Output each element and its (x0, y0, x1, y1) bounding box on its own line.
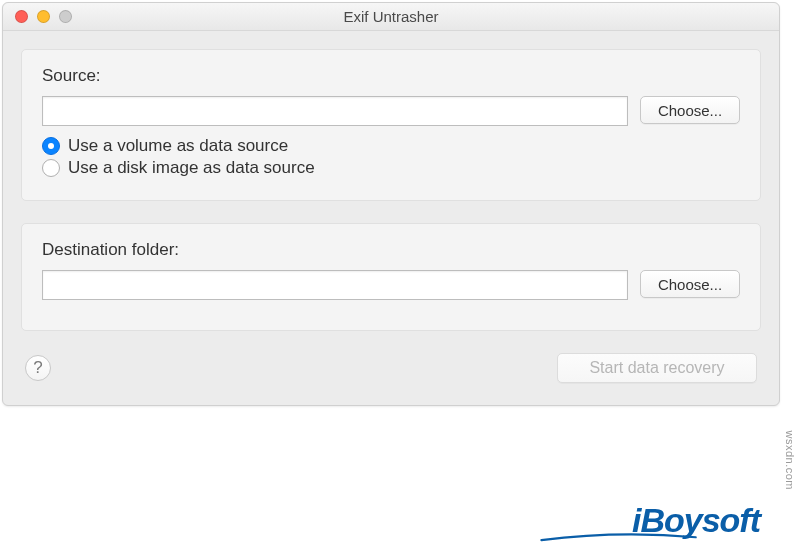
destination-panel: Destination folder: Choose... (21, 223, 761, 331)
radio-disk-image-label: Use a disk image as data source (68, 158, 315, 178)
choose-source-button[interactable]: Choose... (640, 96, 740, 124)
watermark: iBoysoft (540, 503, 760, 543)
help-icon: ? (33, 358, 42, 378)
source-radio-group: Use a volume as data source Use a disk i… (42, 136, 740, 178)
source-panel: Source: Choose... Use a volume as data s… (21, 49, 761, 201)
window-title: Exif Untrasher (3, 8, 779, 25)
footer: ? Start data recovery (21, 353, 761, 387)
destination-label: Destination folder: (42, 240, 740, 260)
app-window: Exif Untrasher Source: Choose... Use a v… (2, 2, 780, 406)
destination-row: Choose... (42, 270, 740, 300)
radio-volume-label: Use a volume as data source (68, 136, 288, 156)
choose-destination-button[interactable]: Choose... (640, 270, 740, 298)
destination-input[interactable] (42, 270, 628, 300)
close-icon[interactable] (15, 10, 28, 23)
source-row: Choose... (42, 96, 740, 126)
watermark-text: iBoysoft (540, 503, 760, 537)
minimize-icon[interactable] (37, 10, 50, 23)
source-input[interactable] (42, 96, 628, 126)
radio-selected-icon (42, 137, 60, 155)
help-button[interactable]: ? (25, 355, 51, 381)
radio-volume[interactable]: Use a volume as data source (42, 136, 740, 156)
traffic-lights (3, 10, 72, 23)
radio-unselected-icon (42, 159, 60, 177)
radio-disk-image[interactable]: Use a disk image as data source (42, 158, 740, 178)
side-caption: wsxdn.com (784, 430, 796, 490)
content: Source: Choose... Use a volume as data s… (3, 31, 779, 405)
source-label: Source: (42, 66, 740, 86)
maximize-icon (59, 10, 72, 23)
titlebar: Exif Untrasher (3, 3, 779, 31)
start-data-recovery-button[interactable]: Start data recovery (557, 353, 757, 383)
